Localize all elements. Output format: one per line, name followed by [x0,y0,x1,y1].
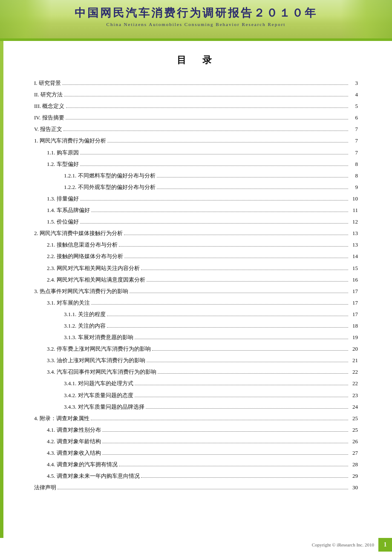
toc-item-page: 17 [349,310,358,319]
toc-item-label: 1.2. 车型偏好 [47,160,79,169]
footer-page-badge: 1 [378,538,392,552]
toc-item-label: 3.1. 对车展的关注 [47,298,90,308]
toc-dots [158,373,348,374]
footer-copyright: Copyright © iResearch Inc. 2010 [312,542,378,547]
toc-item-label: III. 概念定义 [34,102,65,111]
toc-item-label: 3.2. 停车费上涨对网民汽车消费行为的影响 [47,344,151,354]
toc-item: 2.4. 网民对汽车相关网站满意度因素分析16 [34,275,358,285]
toc-item-label: 3. 热点事件对网民汽车消费行为的影响 [34,287,128,296]
toc-dots [80,166,348,166]
toc-item-label: V. 报告正文 [34,125,62,134]
toc-item: V. 报告正文7 [34,125,358,134]
toc-item-page: 22 [349,379,358,388]
toc-item-label: 3.4.1. 对问题汽车的处理方式 [64,379,133,388]
toc-title: 目 录 [34,54,358,67]
toc-item: 3.1.1. 关注的程度17 [34,310,358,319]
header-title-chinese: 中国网民汽车消费行为调研报告２０１０年 [0,5,392,20]
toc-item-label: 2.2. 接触的网络媒体分布与分析 [47,252,123,261]
toc-item-label: 1.2.2. 不同外观车型的偏好分布与分析 [64,183,156,192]
toc-item-label: 2.1. 接触信息渠道分布与分析 [47,240,118,250]
toc-item-label: 法律声明 [34,483,56,492]
toc-item-page: 21 [349,356,358,365]
toc-item-page: 26 [349,437,358,446]
toc-item-label: 3.4.3. 对汽车质量问题的品牌选择 [64,402,144,412]
toc-dots [63,131,348,131]
toc-item-page: 5 [349,102,358,111]
toc-dots [130,293,348,293]
toc-item: 3.4.2. 对汽车质量问题的态度23 [34,391,358,400]
toc-item: 法律声明30 [34,483,358,492]
toc-dots [91,304,348,305]
toc-item: 4.1. 调查对象性别分布25 [34,425,358,435]
main-content: 目 录 I. 研究背景3II. 研究方法4III. 概念定义5IV. 报告摘要6… [0,41,392,529]
toc-item-label: 1.2.1. 不同燃料车型的偏好分布与分析 [64,171,156,180]
toc-item-page: 9 [349,183,358,192]
toc-dots [62,84,348,85]
toc-dots [147,362,348,362]
toc-dots [91,420,348,420]
toc-item: 3.4.3. 对汽车质量问题的品牌选择24 [34,402,358,412]
toc-item-label: 3.4.2. 对汽车质量问题的态度 [64,391,133,400]
toc-item: III. 概念定义5 [34,102,358,111]
toc-dots [152,350,348,351]
toc-dots [80,154,348,154]
toc-item-page: 8 [349,171,358,180]
toc-item-page: 15 [349,264,358,273]
toc-item: 1. 网民汽车消费行为偏好分析7 [34,136,358,145]
toc-item-label: 3.1.2. 关注的内容 [64,321,106,331]
toc-dots [119,246,348,247]
toc-item-label: 1. 网民汽车消费行为偏好分析 [34,136,106,145]
toc-item: 2.2. 接触的网络媒体分布与分析14 [34,252,358,261]
toc-dots [141,477,348,478]
toc-item-page: 30 [349,483,358,492]
toc-item-page: 18 [349,321,358,331]
toc-item-label: I. 研究背景 [34,78,61,88]
toc-item-page: 3 [349,78,358,88]
toc-item: 1.2. 车型偏好8 [34,160,358,169]
toc-dots [102,454,348,455]
toc-item: 1.2.2. 不同外观车型的偏好分布与分析9 [34,183,358,192]
toc-item-label: 1.1. 购车原因 [47,148,79,157]
toc-item-label: 4.2. 调查对象年龄结构 [47,437,101,446]
toc-dots [107,327,349,328]
toc-item: 3.3. 油价上涨对网民汽车消费行为的影响21 [34,356,358,365]
toc-item-page: 19 [349,333,358,342]
toc-list: I. 研究背景3II. 研究方法4III. 概念定义5IV. 报告摘要6V. 报… [34,78,358,492]
toc-item-label: 4. 附录：调查对象属性 [34,414,89,423]
toc-item: 3. 热点事件对网民汽车消费行为的影响17 [34,287,358,296]
toc-dots [58,489,348,489]
toc-item-label: 3.4. 汽车召回事件对网民汽车消费行为的影响 [47,367,156,377]
toc-dots [157,189,349,189]
toc-item-label: 4.1. 调查对象性别分布 [47,425,101,435]
toc-item-label: 1.5. 价位偏好 [47,217,79,227]
toc-dots [66,108,349,108]
toc-item-page: 16 [349,275,358,285]
toc-dots [119,466,348,466]
toc-item: 2. 网民汽车消费中媒体接触行为分析13 [34,229,358,238]
toc-dots [135,397,349,397]
toc-dots [147,281,348,282]
toc-item-page: 29 [349,471,358,481]
toc-item-label: IV. 报告摘要 [34,113,64,122]
toc-dots [157,177,349,177]
toc-dots [64,96,348,96]
left-side-bar [0,41,3,538]
toc-item-label: 2. 网民汽车消费中媒体接触行为分析 [34,229,123,238]
toc-item-page: 7 [349,136,358,145]
toc-item: 3.2. 停车费上涨对网民汽车消费行为的影响20 [34,344,358,354]
toc-dots [102,443,348,443]
toc-item: 1.2.1. 不同燃料车型的偏好分布与分析8 [34,171,358,180]
toc-dots [107,316,349,316]
toc-item-page: 7 [349,125,358,134]
toc-item: IV. 报告摘要6 [34,113,358,122]
toc-item-label: 3.3. 油价上涨对网民汽车消费行为的影响 [47,356,145,365]
toc-item-page: 27 [349,448,358,458]
toc-dots [135,385,349,385]
toc-item: 3.1.2. 关注的内容18 [34,321,358,331]
toc-item: 2.3. 网民对汽车相关网站关注内容分析15 [34,264,358,273]
toc-dots [107,142,348,142]
toc-item: 4. 附录：调查对象属性25 [34,414,358,423]
footer: Copyright © iResearch Inc. 2010 1 [0,535,392,555]
toc-item: 4.5. 调查对象未来一年内购车意向情况29 [34,471,358,481]
toc-dots [91,212,348,212]
